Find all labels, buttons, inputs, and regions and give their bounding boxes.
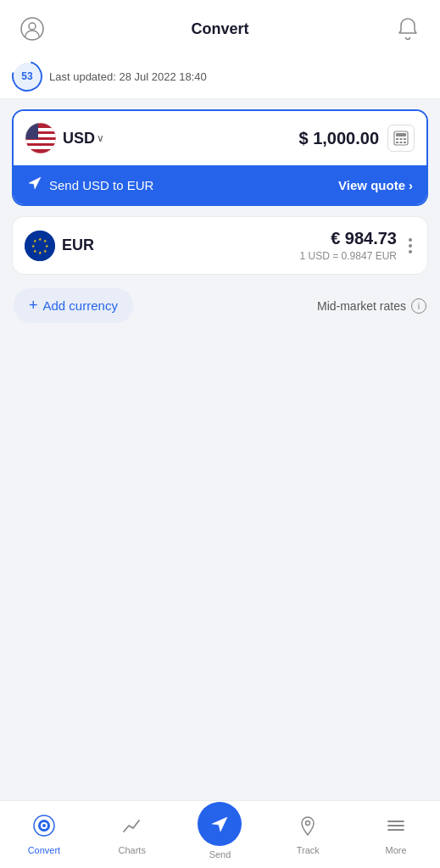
svg-point-17 [25, 231, 55, 261]
send-text: Send USD to EUR [49, 178, 153, 192]
calculator-button[interactable] [387, 125, 415, 152]
nav-more[interactable]: More [352, 801, 440, 868]
send-plane-icon [27, 175, 42, 194]
target-currency-card: ★ ★ ★ ★ ★ ★ ★ ★ EUR € 984.73 1 USD = 0.9… [12, 216, 428, 275]
svg-rect-11 [396, 138, 398, 140]
target-currency-row: ★ ★ ★ ★ ★ ★ ★ ★ EUR € 984.73 1 USD = 0.9… [13, 217, 427, 274]
more-options-button[interactable] [405, 235, 415, 257]
base-currency-card: USD ∨ $ 1,000.00 [12, 109, 428, 206]
target-currency-code: EUR [62, 236, 94, 254]
profile-button[interactable] [17, 14, 47, 44]
charts-label: Charts [118, 845, 145, 855]
svg-point-30 [306, 821, 310, 825]
svg-point-0 [21, 18, 43, 40]
base-currency-row: USD ∨ $ 1,000.00 [14, 111, 426, 165]
base-currency-selector[interactable]: USD ∨ [63, 130, 104, 147]
page-title: Convert [191, 20, 248, 38]
dot3 [409, 250, 412, 253]
add-currency-button[interactable]: + Add currency [14, 288, 133, 323]
target-amount: € 984.73 [300, 229, 397, 248]
more-label: More [386, 845, 407, 855]
svg-rect-12 [400, 138, 403, 140]
send-label-section: Send USD to EUR [27, 175, 153, 194]
nav-track[interactable]: Track [264, 801, 352, 868]
send-label: Send [209, 849, 231, 860]
plus-icon: + [29, 297, 38, 314]
svg-rect-16 [404, 142, 406, 143]
more-icon [385, 815, 407, 842]
main-content: USD ∨ $ 1,000.00 [0, 99, 440, 800]
add-currency-label: Add currency [43, 298, 118, 313]
info-button[interactable]: i [411, 298, 426, 314]
update-badge: 53 [14, 63, 41, 90]
svg-rect-15 [400, 142, 403, 143]
target-amount-section: € 984.73 1 USD = 0.9847 EUR [300, 229, 397, 262]
svg-rect-6 [25, 146, 56, 149]
eur-flag: ★ ★ ★ ★ ★ ★ ★ ★ [25, 231, 55, 261]
base-amount: $ 1,000.00 [298, 129, 379, 148]
mid-market-rates: Mid-market rates i [317, 298, 426, 314]
header: Convert [0, 0, 440, 54]
convert-label: Convert [28, 845, 61, 855]
updated-bar: 53 Last updated: 28 Jul 2022 18:40 [0, 54, 440, 99]
dot1 [409, 238, 412, 242]
nav-send[interactable]: Send [176, 801, 265, 868]
track-icon [297, 815, 319, 842]
send-center-button[interactable] [198, 802, 242, 846]
nav-convert[interactable]: Convert [0, 801, 88, 868]
view-quote-button[interactable]: View quote › [338, 178, 413, 192]
convert-icon [33, 815, 55, 842]
add-currency-row: + Add currency Mid-market rates i [12, 285, 428, 326]
mid-market-label: Mid-market rates [317, 299, 406, 313]
track-label: Track [297, 845, 320, 855]
exchange-rate: 1 USD = 0.9847 EUR [300, 250, 397, 262]
base-currency-chevron: ∨ [97, 132, 104, 144]
dot2 [409, 244, 412, 248]
svg-rect-14 [396, 142, 398, 143]
base-currency-code: USD [63, 130, 95, 147]
usd-flag [25, 123, 56, 153]
base-amount-section: $ 1,000.00 [298, 125, 415, 152]
nav-charts[interactable]: Charts [88, 801, 176, 868]
svg-rect-13 [404, 138, 406, 140]
svg-rect-5 [25, 140, 56, 143]
bottom-nav: Convert Charts Send Track [0, 800, 440, 868]
svg-rect-10 [396, 133, 406, 136]
notification-button[interactable] [393, 14, 423, 44]
svg-point-1 [29, 23, 36, 30]
updated-text: Last updated: 28 Jul 2022 18:40 [49, 70, 207, 83]
charts-icon [121, 815, 143, 842]
send-bar[interactable]: Send USD to EUR View quote › [14, 165, 426, 204]
svg-point-29 [42, 824, 46, 827]
